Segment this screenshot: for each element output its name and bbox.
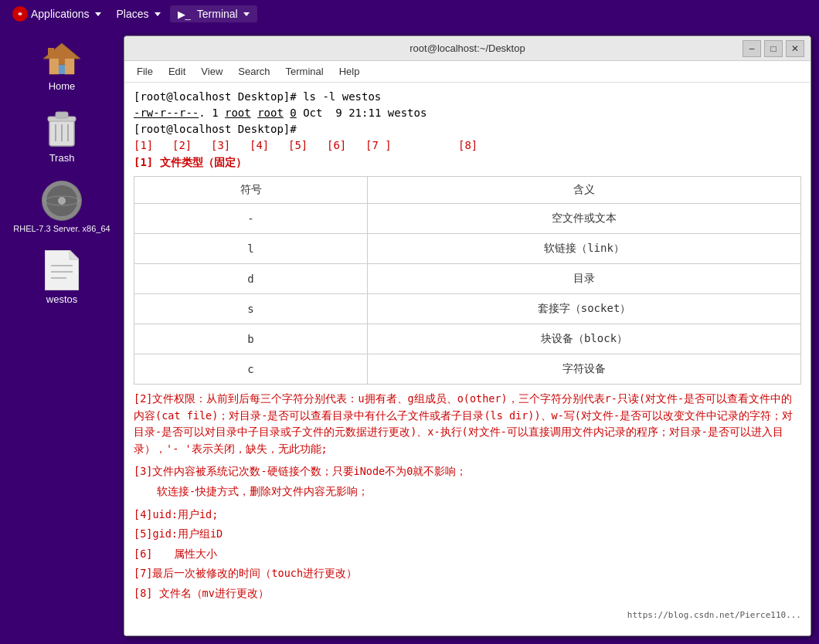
svg-rect-4 [59, 65, 65, 74]
places-arrow [155, 12, 161, 16]
svg-point-14 [58, 197, 66, 205]
symbol-cell: c [134, 354, 368, 385]
num-3: [3] [211, 139, 250, 151]
table-row: s套接字（socket） [134, 294, 801, 324]
numbers-row: [1] [2] [3] [4] [5] [6] [7 ] [8] [134, 139, 801, 151]
desktop: Home Trash R [0, 28, 819, 644]
section2-text: [2]文件权限：从前到后每三个字符分别代表：u拥有者、g组成员、o(other)… [134, 391, 801, 457]
terminal-menu[interactable]: ▶_ Terminal [170, 5, 257, 22]
terminal-arrow [243, 12, 250, 16]
desktop-icon-trash[interactable]: Trash [39, 104, 85, 168]
num-6: [6] [327, 139, 365, 151]
symbol-cell: b [134, 324, 368, 354]
terminal-icon-text: ▶_ [178, 8, 191, 20]
trash-label: Trash [49, 152, 75, 164]
meaning-cell: 块设备（block） [368, 324, 801, 354]
meaning-cell: 字符设备 [368, 354, 801, 385]
westos-label: westos [46, 293, 77, 305]
table-col1-header: 符号 [134, 177, 368, 204]
file-icon [45, 250, 79, 290]
symbol-table: 符号 含义 -空文件或文本l软链接（link）d目录s套接字（socket）b块… [134, 176, 801, 385]
symbol-cell: s [134, 294, 368, 324]
taskbar: Applications Places ▶_ Terminal [0, 0, 819, 28]
terminal-window: root@localhost:~/Desktop – □ ✕ File Edit… [124, 36, 811, 636]
terminal-title: root@localhost:~/Desktop [410, 42, 525, 54]
terminal-content[interactable]: [root@localhost Desktop]# ls -l westos -… [124, 83, 811, 636]
symbol-cell: l [134, 234, 368, 264]
meaning-cell: 目录 [368, 264, 801, 294]
command-output-1: -rw-r--r--. 1 root root 0 Oct 9 21:11 we… [134, 105, 801, 121]
svg-rect-8 [56, 112, 68, 118]
table-row: -空文件或文本 [134, 204, 801, 234]
menu-terminal[interactable]: Terminal [280, 63, 330, 80]
table-row: l软链接（link） [134, 234, 801, 264]
section5-text: [5]gid:用户组iD [134, 526, 801, 543]
section7-text: [7]最后一次被修改的时间（touch进行更改） [134, 565, 801, 582]
meaning-cell: 套接字（socket） [368, 294, 801, 324]
symbol-cell: d [134, 264, 368, 294]
applications-arrow [95, 12, 101, 16]
maximize-button[interactable]: □ [764, 40, 783, 57]
section3-text: [3]文件内容被系统记次数-硬链接个数；只要iNode不为0就不影响； [134, 463, 801, 480]
svg-rect-3 [65, 59, 74, 74]
rhel-label: RHEL-7.3 Server. x86_64 [13, 224, 110, 233]
terminal-controls: – □ ✕ [743, 40, 804, 57]
section6-text: [6] 属性大小 [134, 546, 801, 563]
table-col2-header: 含义 [368, 177, 801, 204]
menu-help[interactable]: Help [333, 63, 366, 80]
symbol-cell: - [134, 204, 368, 234]
num-8: [8] [458, 139, 497, 151]
terminal-label: Terminal [197, 8, 238, 20]
menu-search[interactable]: Search [232, 63, 276, 80]
section1-header: [1] 文件类型（固定） [134, 156, 801, 170]
terminal-titlebar: root@localhost:~/Desktop – □ ✕ [124, 36, 811, 61]
section8-text: [8] 文件名（mv进行更改） [134, 585, 801, 602]
meaning-cell: 空文件或文本 [368, 204, 801, 234]
close-button[interactable]: ✕ [786, 40, 804, 57]
places-label: Places [117, 8, 149, 20]
home-icon [42, 40, 82, 77]
sidebar: Home Trash R [0, 28, 124, 644]
menu-file[interactable]: File [131, 63, 159, 80]
table-row: d目录 [134, 264, 801, 294]
section4-text: [4]uid:用户id; [134, 507, 801, 524]
svg-rect-2 [49, 59, 59, 74]
num-2: [2] [172, 139, 211, 151]
num-1: [1] [134, 139, 172, 151]
terminal-menubar: File Edit View Search Terminal Help [124, 61, 811, 83]
num-5: [5] [288, 139, 327, 151]
svg-rect-5 [48, 48, 54, 57]
menu-edit[interactable]: Edit [162, 63, 192, 80]
meaning-cell: 软链接（link） [368, 234, 801, 264]
table-row: b块设备（block） [134, 324, 801, 354]
home-label: Home [49, 80, 76, 92]
num-4: [4] [250, 139, 288, 151]
desktop-icon-rhel[interactable]: RHEL-7.3 Server. x86_64 [8, 176, 114, 238]
command-line-2: [root@localhost Desktop]# [134, 121, 801, 137]
command-line-1: [root@localhost Desktop]# ls -l westos [134, 89, 801, 105]
desktop-icon-westos[interactable]: westos [40, 246, 83, 310]
fedora-logo [12, 6, 28, 22]
table-row: c字符设备 [134, 354, 801, 385]
places-menu[interactable]: Places [110, 5, 167, 23]
url-bar: https://blog.csdn.net/Pierce110... [134, 610, 801, 620]
applications-menu[interactable]: Applications [6, 3, 107, 25]
trash-icon [43, 109, 80, 149]
svg-marker-17 [70, 250, 79, 259]
section3b-text: 软连接-快捷方式，删除对文件内容无影响； [157, 483, 801, 500]
desktop-icon-home[interactable]: Home [37, 36, 87, 97]
rhel-disk-icon [42, 181, 82, 221]
minimize-button[interactable]: – [743, 40, 761, 57]
menu-view[interactable]: View [195, 63, 229, 80]
applications-label: Applications [31, 8, 90, 20]
num-7: [7 ] [365, 139, 458, 151]
